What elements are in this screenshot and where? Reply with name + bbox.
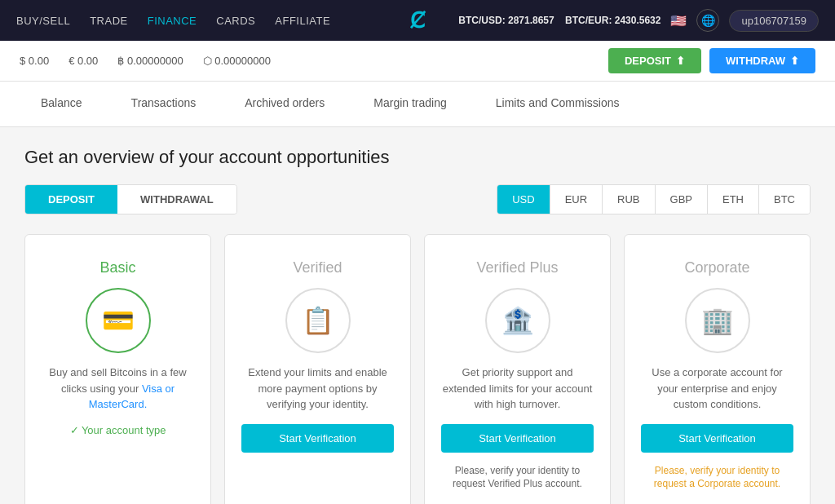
balance-bar: $ 0.00 € 0.00 ฿ 0.00000000 ⬡ 0.00000000 … — [0, 41, 835, 82]
card-verified: Verified 📋 Extend your limits and enable… — [224, 234, 411, 504]
nav-buysell[interactable]: BUY/SELL — [16, 15, 70, 27]
corporate-note: Please, verify your identity to request … — [641, 464, 793, 492]
card-basic: Basic 💳 Buy and sell Bitcoins in a few c… — [24, 234, 211, 504]
account-tier-cards: Basic 💳 Buy and sell Bitcoins in a few c… — [24, 234, 811, 504]
balance-items: $ 0.00 € 0.00 ฿ 0.00000000 ⬡ 0.00000000 — [20, 55, 271, 67]
balance-btc: ฿ 0.00000000 — [117, 55, 183, 67]
deposit-withdrawal-toggle: DEPOSIT WITHDRAWAL — [24, 184, 237, 214]
account-type-label: ✓ Your account type — [70, 424, 166, 436]
nav-cards[interactable]: CARDS — [216, 15, 255, 27]
language-button[interactable]: 🌐 — [696, 9, 719, 32]
nav-right: BTC/USD: 2871.8657 BTC/EUR: 2430.5632 🇺🇸… — [458, 9, 819, 32]
verified-plus-verify-button[interactable]: Start Verification — [441, 424, 594, 453]
toggle-bar: DEPOSIT WITHDRAWAL USD EUR RUB GBP ETH B… — [24, 184, 811, 214]
card-basic-title: Basic — [99, 259, 135, 276]
card-corporate-desc: Use a corporate account for your enterpr… — [641, 365, 793, 413]
balance-eur: € 0.00 — [68, 55, 98, 67]
card-verified-desc: Extend your limits and enable more payme… — [241, 365, 394, 413]
corporate-verify-button[interactable]: Start Verification — [641, 424, 793, 453]
verified-verify-button[interactable]: Start Verification — [241, 424, 394, 453]
withdraw-button[interactable]: WITHDRAW ⬆ — [709, 48, 815, 73]
currency-selector: USD EUR RUB GBP ETH BTC — [497, 184, 811, 214]
user-account-button[interactable]: up106707159 — [729, 10, 819, 32]
nav-affiliate[interactable]: AFFILIATE — [275, 15, 330, 27]
flag-icon: 🇺🇸 — [670, 13, 687, 29]
tabs-container: Balance Transactions Archived orders Mar… — [0, 82, 835, 127]
page-title: Get an overview of your account opportun… — [24, 147, 811, 168]
tab-transactions[interactable]: Transactions — [107, 82, 221, 126]
nav-trade[interactable]: TRADE — [90, 15, 128, 27]
rate-btcusd: BTC/USD: 2871.8657 BTC/EUR: 2430.5632 — [458, 15, 660, 26]
card-basic-icon: 💳 — [86, 288, 151, 353]
balance-eth: ⬡ 0.00000000 — [203, 55, 271, 67]
card-corporate-icon: 🏢 — [685, 288, 750, 353]
card-basic-desc: Buy and sell Bitcoins in a few clicks us… — [42, 365, 194, 413]
deposit-toggle-btn[interactable]: DEPOSIT — [25, 185, 117, 214]
card-verified-plus-icon: 🏦 — [485, 288, 550, 353]
card-verified-plus-title: Verified Plus — [476, 259, 558, 276]
action-buttons: DEPOSIT ⬆ WITHDRAW ⬆ — [608, 48, 815, 73]
main-content: Get an overview of your account opportun… — [0, 127, 835, 504]
tab-limits-commissions[interactable]: Limits and Commissions — [471, 82, 644, 126]
card-verified-plus: Verified Plus 🏦 Get priority support and… — [424, 234, 611, 504]
withdrawal-toggle-btn[interactable]: WITHDRAWAL — [117, 185, 236, 214]
currency-usd[interactable]: USD — [497, 185, 550, 214]
card-verified-title: Verified — [293, 259, 342, 276]
card-verified-icon: 📋 — [285, 288, 351, 353]
card-corporate-title: Corporate — [684, 259, 749, 276]
site-logo: Ȼ — [410, 8, 425, 33]
verified-plus-note: Please, verify your identity to request … — [441, 464, 594, 492]
currency-gbp[interactable]: GBP — [656, 185, 708, 214]
currency-btc[interactable]: BTC — [759, 185, 810, 214]
tab-margin-trading[interactable]: Margin trading — [349, 82, 471, 126]
top-navigation: BUY/SELL TRADE FINANCE CARDS AFFILIATE Ȼ… — [0, 0, 835, 41]
card-verified-plus-desc: Get priority support and extended limits… — [441, 365, 594, 413]
currency-eur[interactable]: EUR — [550, 185, 603, 214]
currency-eth[interactable]: ETH — [708, 185, 759, 214]
upload-icon: ⬆ — [676, 55, 685, 67]
visa-mastercard-link[interactable]: Visa or MasterCard. — [89, 382, 175, 411]
currency-rub[interactable]: RUB — [603, 185, 655, 214]
tab-balance[interactable]: Balance — [16, 82, 107, 126]
card-corporate: Corporate 🏢 Use a corporate account for … — [624, 234, 811, 504]
tab-archived-orders[interactable]: Archived orders — [220, 82, 349, 126]
withdraw-icon: ⬆ — [790, 55, 799, 67]
nav-finance[interactable]: FINANCE — [148, 15, 197, 27]
nav-links: BUY/SELL TRADE FINANCE CARDS AFFILIATE — [16, 15, 330, 27]
balance-usd: $ 0.00 — [20, 55, 49, 67]
deposit-button[interactable]: DEPOSIT ⬆ — [608, 48, 701, 73]
